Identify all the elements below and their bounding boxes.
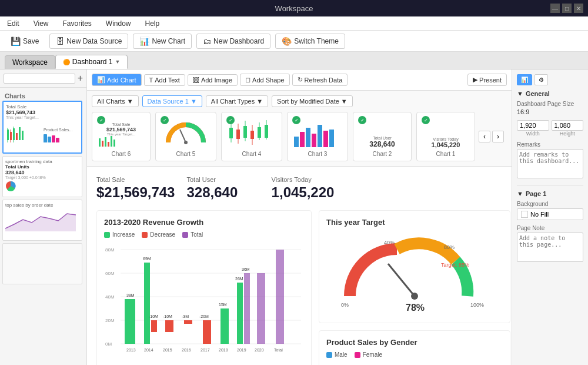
sidebar-search-input[interactable] [4, 74, 75, 84]
svg-text:20M: 20M [105, 318, 115, 323]
new-data-source-button[interactable]: 🗄 New Data Source [49, 34, 128, 49]
svg-rect-22 [236, 130, 240, 139]
width-input-group: Width [517, 120, 549, 137]
tab-workspace[interactable]: Workspace [5, 55, 55, 69]
sidebar-thumb-4[interactable] [2, 243, 82, 284]
chart-types-dropdown[interactable]: All Chart Types ▼ [206, 95, 268, 107]
refresh-data-button[interactable]: ↻ Refresh Data [292, 74, 348, 86]
dropdown-arrow-icon: ▼ [127, 98, 133, 105]
product-sales-svg: 60 40 20 0 20 40 60 Category [326, 363, 503, 365]
chart-thumb-4[interactable]: ✓ [221, 112, 282, 161]
rpanel-tab-settings[interactable]: ⚙ [534, 74, 548, 85]
svg-text:Target: 85%: Target: 85% [441, 262, 469, 268]
charts-list: ✓ Total Sale $21,569,743 This year Targe… [92, 112, 475, 161]
remarks-textarea[interactable] [517, 149, 583, 178]
gauge-chart-container: This year Target [319, 210, 510, 323]
thumb1-candlestick-svg [6, 125, 41, 142]
sidebar-thumb-2[interactable]: sportmen training data Total Units 328,6… [2, 156, 82, 197]
main-toolbar: 💾 Save 🗄 New Data Source 📊 New Chart 🗂 N… [0, 31, 588, 52]
add-chart-button[interactable]: 📊 Add Chart [92, 74, 142, 86]
svg-text:-10M: -10M [163, 314, 172, 318]
charts-row: 2013-2020 Revenue Growth Increase Decrea… [96, 210, 502, 365]
theme-icon: 🎨 [282, 36, 292, 46]
general-chevron-icon: ▼ [517, 90, 523, 97]
legend-decrease-dot [142, 232, 148, 238]
thumb2-number: 328,640 [5, 170, 79, 175]
color-preview [521, 211, 528, 218]
menu-window[interactable]: Window [103, 18, 133, 29]
close-button[interactable]: ✕ [574, 4, 583, 13]
dropdown-arrow2-icon: ▼ [191, 98, 197, 105]
svg-text:80M: 80M [105, 247, 115, 253]
chart5-preview: ✓ [159, 116, 212, 148]
menu-favorites[interactable]: Favorites [60, 18, 93, 29]
add-text-icon: T [149, 77, 153, 84]
minimize-button[interactable]: — [550, 4, 560, 13]
new-chart-button[interactable]: 📊 New Chart [133, 34, 192, 49]
rpanel-tab-chart[interactable]: 📊 [517, 74, 532, 85]
svg-text:60M: 60M [105, 271, 115, 276]
data-source-dropdown[interactable]: Data Source 1 ▼ [142, 95, 202, 107]
svg-text:-10M: -10M [149, 314, 158, 318]
chart-thumb-6[interactable]: ✓ Total Sale $21,569,743 This year Targe… [92, 112, 151, 161]
page-size-label: Dashboard Page Size [517, 101, 583, 107]
switch-theme-button[interactable]: 🎨 Switch Theme [275, 34, 345, 49]
svg-rect-34 [312, 134, 316, 147]
chart1-name: Chart 1 [420, 151, 471, 157]
remarks-row: Remarks [517, 141, 583, 180]
charts-browser: All Charts ▼ Data Source 1 ▼ All Chart T… [87, 91, 512, 167]
svg-rect-73 [257, 273, 265, 344]
maximize-button[interactable]: □ [562, 4, 572, 13]
kpi-total-sale-value: $21,569,743 [96, 184, 175, 201]
kpi-spacer [356, 176, 502, 201]
next-chart-arrow[interactable]: › [492, 131, 504, 142]
prev-chart-arrow[interactable]: ‹ [479, 131, 490, 142]
add-text-button[interactable]: T Add Text [144, 74, 185, 86]
thumb2-target: Target 3,000 +0.048% [5, 175, 79, 180]
menu-edit[interactable]: Edit [5, 18, 22, 29]
present-button[interactable]: ▶ Present [467, 74, 507, 86]
sidebar-thumb-3[interactable]: top sales by order date [2, 200, 82, 241]
menu-help[interactable]: Help [143, 18, 162, 29]
chart2-preview: ✓ Total User 328,640 [357, 116, 407, 148]
svg-text:40M: 40M [105, 294, 115, 300]
thumb3-area-svg [5, 208, 76, 231]
chart-thumb-2[interactable]: ✓ Total User 328,640 Chart 2 [353, 112, 412, 161]
height-input[interactable] [552, 120, 584, 131]
add-shape-button[interactable]: ◻ Add Shape [240, 74, 289, 86]
gauge-title: This year Target [326, 218, 503, 227]
page-note-textarea[interactable] [517, 233, 583, 262]
general-section-header[interactable]: ▼ General [517, 90, 583, 97]
chart-thumb-5[interactable]: ✓ Chart 5 [155, 112, 216, 161]
thumb1-product-sales: Product Sales... [44, 128, 72, 142]
background-selector[interactable]: No Fill [517, 208, 583, 220]
save-button[interactable]: 💾 Save [5, 34, 45, 48]
svg-rect-3 [16, 133, 18, 140]
new-dashboard-button[interactable]: 🗂 New Dashboard [196, 34, 270, 49]
chart-thumb-3[interactable]: ✓ Chart 3 [287, 112, 348, 161]
thumb2-value: Total Units [5, 164, 79, 170]
svg-text:-20M: -20M [199, 314, 209, 318]
sort-dropdown[interactable]: Sort by Modified Date ▼ [272, 95, 353, 107]
svg-rect-15 [111, 136, 112, 147]
tab-dropdown-arrow[interactable]: ▼ [115, 59, 121, 65]
sidebar-thumb-1[interactable]: Total Sale $21,569,743 This year Target.… [2, 101, 82, 154]
page1-section-header[interactable]: ▼ Page 1 [517, 190, 583, 197]
background-label: Background [517, 201, 583, 207]
all-charts-dropdown[interactable]: All Charts ▼ [92, 95, 139, 107]
chart6-preview: ✓ Total Sale $21,569,743 This year Targe… [96, 116, 146, 148]
menu-view[interactable]: View [31, 18, 51, 29]
svg-text:15M: 15M [219, 303, 227, 307]
title-bar: Workspace — □ ✕ [0, 0, 588, 16]
sidebar-add-button[interactable]: + [78, 73, 83, 84]
svg-rect-32 [300, 132, 305, 147]
kpi-total-sale: Total Sale $21,569,743 [96, 176, 175, 201]
width-input[interactable] [517, 120, 549, 131]
chart1-check: ✓ [422, 116, 430, 124]
dashboard-tab-icon: 🟠 [63, 59, 70, 65]
add-image-button[interactable]: 🖼 Add Image [188, 74, 238, 86]
svg-rect-28 [258, 127, 261, 138]
chart-thumb-1[interactable]: ✓ Visitors Today 1,045,220 Chart 1 [416, 112, 475, 161]
chart3-name: Chart 3 [291, 151, 344, 157]
tab-dashboard1[interactable]: 🟠 Dashboard 1 ▼ [55, 55, 128, 69]
